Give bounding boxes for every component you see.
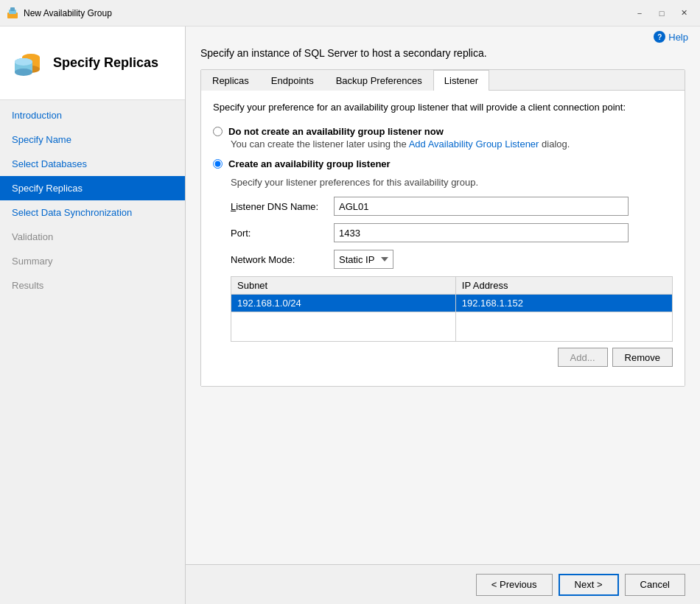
dns-name-label: Listener DNS Name: [231,201,334,212]
footer: < Previous Next > Cancel [186,564,700,604]
listener-desc: Specify your listener preferences for th… [231,177,673,188]
radio-create[interactable] [213,159,223,169]
tabs-header: Replicas Endpoints Backup Preferences Li… [201,70,685,91]
content-header: ? Help [186,27,700,47]
section-title: Specify an instance of SQL Server to hos… [200,47,685,59]
svg-point-8 [15,69,32,76]
sidebar-header-title: Specify Replicas [53,55,158,71]
dns-name-input[interactable] [334,197,629,216]
content-area: ? Help Specify an instance of SQL Server… [186,27,700,604]
sidebar-header-icon [9,46,44,81]
remove-button[interactable]: Remove [612,348,673,367]
sidebar-item-specify-replicas[interactable]: Specify Replicas [0,176,185,200]
cancel-button[interactable]: Cancel [625,574,685,596]
add-button[interactable]: Add... [558,348,608,367]
subnet-cell: 192.168.1.0/24 [231,295,456,312]
subnet-column-header: Subnet [231,277,456,295]
maximize-button[interactable]: □ [651,6,672,21]
tab-replicas[interactable]: Replicas [201,70,260,91]
tab-listener[interactable]: Listener [433,70,489,91]
sidebar-item-summary: Summary [0,249,185,273]
titlebar: New Availability Group − □ ✕ [0,0,700,27]
sidebar: Specify Replicas Introduction Specify Na… [0,27,186,604]
sidebar-item-introduction[interactable]: Introduction [0,103,185,127]
network-mode-select[interactable]: Static IP DHCP [334,250,393,269]
sidebar-header: Specify Replicas [0,27,185,100]
network-mode-row: Network Mode: Static IP DHCP [231,250,673,269]
port-label: Port: [231,228,334,239]
help-icon: ? [654,31,665,43]
sidebar-item-specify-name[interactable]: Specify Name [0,127,185,152]
next-button[interactable]: Next > [559,574,619,596]
ip-column-header: IP Address [455,277,672,295]
tab-content-listener: Specify your preference for an availabil… [201,91,685,386]
radio-label-no-create[interactable]: Do not create an availability group list… [213,126,673,137]
main-window: Specify Replicas Introduction Specify Na… [0,27,700,604]
table-row-empty [231,312,673,342]
content-body: Specify an instance of SQL Server to hos… [186,47,700,564]
help-link[interactable]: ? Help [654,31,688,43]
network-mode-label: Network Mode: [231,254,334,265]
radio-option-no-create: Do not create an availability group list… [213,126,673,150]
minimize-button[interactable]: − [629,6,650,21]
tab-endpoints[interactable]: Endpoints [260,70,325,91]
tab-description: Specify your preference for an availabil… [213,101,673,114]
svg-point-9 [15,58,32,66]
radio-option-create: Create an availability group listener Sp… [213,158,673,367]
ip-cell: 192.168.1.152 [455,295,672,312]
svg-rect-2 [10,7,15,11]
table-buttons: Add... Remove [231,348,673,367]
radio-label-create[interactable]: Create an availability group listener [213,158,673,169]
sidebar-item-validation: Validation [0,225,185,249]
previous-button[interactable]: < Previous [476,574,553,596]
tabs-container: Replicas Endpoints Backup Preferences Li… [200,69,685,387]
port-row: Port: [231,223,673,242]
window-controls: − □ ✕ [629,6,694,21]
sidebar-nav: Introduction Specify Name Select Databas… [0,100,185,604]
dns-name-row: Listener DNS Name: [231,197,673,216]
sidebar-item-select-databases[interactable]: Select Databases [0,152,185,176]
sidebar-item-results: Results [0,273,185,298]
table-row[interactable]: 192.168.1.0/24 192.168.1.152 [231,295,673,312]
listener-form: Specify your listener preferences for th… [231,177,673,367]
sidebar-item-select-data-sync[interactable]: Select Data Synchronization [0,200,185,225]
window-title: New Availability Group [24,8,629,18]
tab-backup-preferences[interactable]: Backup Preferences [325,70,433,91]
subnet-table: Subnet IP Address 192.168.1.0/24 192.168… [231,276,673,342]
app-icon [6,7,19,20]
port-input[interactable] [334,223,629,242]
close-button[interactable]: ✕ [673,6,694,21]
subnet-table-area: Subnet IP Address 192.168.1.0/24 192.168… [231,276,673,367]
radio-desc-no-create: You can create the listener later using … [231,138,673,150]
radio-no-create[interactable] [213,127,223,136]
network-mode-select-wrapper: Static IP DHCP [334,250,629,269]
